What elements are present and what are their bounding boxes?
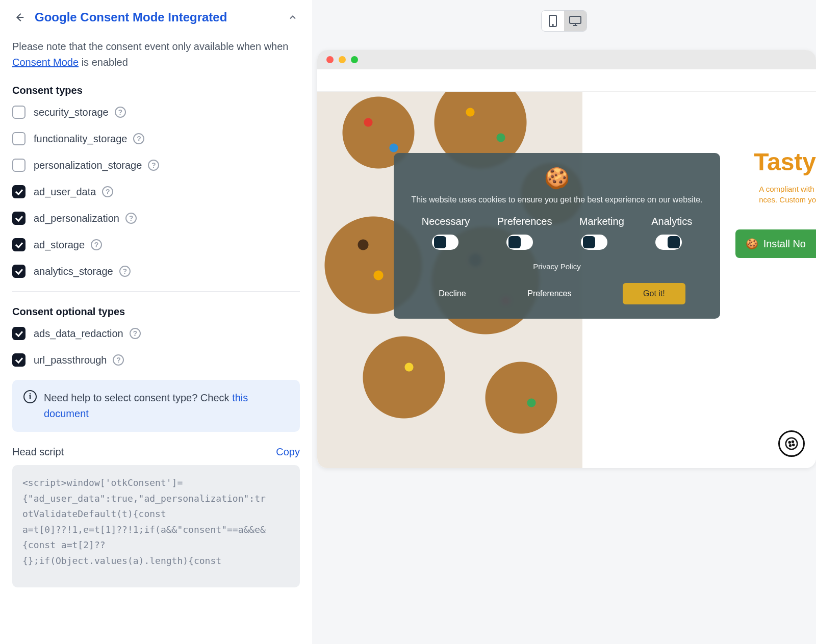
consent-type-checkbox-ad_storage[interactable]	[12, 238, 26, 251]
consent-type-checkbox-security_storage[interactable]	[12, 106, 26, 119]
consent-optional-checkbox-ads_data_redaction[interactable]	[12, 327, 26, 340]
svg-point-6	[789, 445, 791, 446]
consent-types-heading: Consent types	[12, 85, 300, 96]
hero-subtitle: A compliant withnces. Custom yo	[759, 184, 816, 205]
consent-mode-link[interactable]: Consent Mode	[12, 57, 79, 68]
consent-optional-row: ads_data_redaction?	[12, 327, 300, 340]
divider	[12, 291, 300, 292]
banner-category-marketing: Marketing	[579, 216, 624, 227]
script-header: Head script Copy	[12, 446, 300, 458]
banner-toggle-marketing[interactable]	[581, 235, 607, 250]
panel-title: Google Consent Mode Integrated	[35, 10, 277, 24]
help-icon[interactable]: ?	[91, 239, 102, 250]
consent-type-row: ad_user_data?	[12, 185, 300, 198]
consent-type-checkbox-ad_personalization[interactable]	[12, 212, 26, 225]
traffic-light-max-icon	[351, 56, 358, 63]
code-snippet[interactable]: <script>window['otkConsent']= {"ad_user_…	[12, 465, 300, 587]
preview-window: Tasty A compliant withnces. Custom yo In…	[317, 50, 816, 468]
install-button[interactable]: Install No	[735, 229, 816, 258]
traffic-light-close-icon	[326, 56, 334, 63]
banner-category-preferences: Preferences	[497, 216, 552, 227]
consent-optional-row: url_passthrough?	[12, 353, 300, 367]
consent-type-checkbox-ad_user_data[interactable]	[12, 185, 26, 198]
banner-category-necessary: Necessary	[422, 216, 470, 227]
consent-type-checkbox-analytics_storage[interactable]	[12, 265, 26, 278]
head-script-label: Head script	[12, 446, 64, 458]
consent-optional-label: url_passthrough	[34, 354, 107, 366]
banner-toggle-analytics[interactable]	[655, 235, 682, 250]
accept-button[interactable]: Got it!	[623, 283, 685, 304]
banner-category-analytics: Analytics	[651, 216, 692, 227]
desktop-view-button[interactable]	[564, 11, 586, 31]
banner-toggle-preferences[interactable]	[506, 235, 533, 250]
traffic-light-min-icon	[339, 56, 346, 63]
cookie-banner: 🍪 This website uses cookies to ensure yo…	[394, 153, 720, 319]
consent-type-checkbox-personalization_storage[interactable]	[12, 159, 26, 172]
consent-type-row: personalization_storage?	[12, 159, 300, 172]
mobile-view-button[interactable]	[542, 11, 564, 31]
info-text: Need help to select consent type? Check	[44, 392, 232, 403]
consent-optional-checkbox-url_passthrough[interactable]	[12, 353, 26, 367]
consent-note: Please note that the consent event only …	[12, 39, 300, 70]
copy-button[interactable]: Copy	[276, 446, 300, 458]
consent-type-label: security_storage	[34, 107, 109, 118]
page-body: Tasty A compliant withnces. Custom yo In…	[317, 92, 816, 468]
consent-type-row: ad_personalization?	[12, 212, 300, 225]
info-icon: i	[23, 390, 37, 403]
preferences-button[interactable]: Preferences	[517, 283, 581, 304]
note-text-after: is enabled	[79, 57, 128, 68]
settings-panel: Google Consent Mode Integrated Please no…	[0, 0, 312, 644]
consent-type-row: ad_storage?	[12, 238, 300, 251]
cookie-icon: 🍪	[408, 166, 706, 190]
help-icon[interactable]: ?	[125, 213, 137, 224]
consent-optional-heading: Consent optional types	[12, 306, 300, 318]
help-icon[interactable]: ?	[115, 107, 126, 118]
help-icon[interactable]: ?	[148, 160, 159, 171]
privacy-policy-link[interactable]: Privacy Policy	[408, 262, 706, 271]
consent-type-label: personalization_storage	[34, 160, 142, 171]
decline-button[interactable]: Decline	[428, 283, 476, 304]
svg-rect-2	[570, 16, 581, 23]
consent-type-checkbox-functionality_storage[interactable]	[12, 132, 26, 145]
svg-point-7	[793, 444, 794, 446]
consent-type-label: ad_storage	[34, 239, 85, 251]
consent-type-label: ad_user_data	[34, 186, 96, 198]
svg-point-4	[789, 442, 790, 443]
window-chrome	[317, 50, 816, 69]
url-bar	[317, 69, 816, 92]
consent-type-label: ad_personalization	[34, 213, 119, 224]
device-toggle	[541, 10, 587, 32]
help-icon[interactable]: ?	[113, 354, 124, 366]
back-arrow-icon[interactable]	[12, 10, 27, 24]
consent-type-row: security_storage?	[12, 106, 300, 119]
consent-type-row: analytics_storage?	[12, 265, 300, 278]
note-text-before: Please note that the consent event only …	[12, 41, 288, 52]
consent-type-row: functionality_storage?	[12, 132, 300, 145]
panel-header: Google Consent Mode Integrated	[12, 10, 300, 24]
consent-optional-label: ads_data_redaction	[34, 328, 123, 340]
help-icon[interactable]: ?	[130, 328, 141, 339]
consent-type-label: analytics_storage	[34, 266, 113, 277]
banner-toggle-necessary[interactable]	[432, 235, 458, 250]
svg-point-5	[792, 441, 794, 443]
consent-type-label: functionality_storage	[34, 133, 127, 145]
svg-point-1	[552, 24, 553, 25]
help-icon[interactable]: ?	[102, 186, 113, 197]
svg-point-3	[786, 438, 798, 450]
banner-text: This website uses cookies to ensure you …	[408, 195, 706, 204]
preview-area: Tasty A compliant withnces. Custom yo In…	[312, 0, 816, 644]
help-icon[interactable]: ?	[119, 266, 131, 277]
collapse-chevron-icon[interactable]	[286, 10, 300, 24]
install-button-label: Install No	[763, 238, 806, 250]
banner-buttons: Decline Preferences Got it!	[408, 283, 706, 304]
cookie-settings-fab[interactable]	[778, 430, 805, 457]
hero-title: Tasty	[754, 148, 816, 176]
help-icon[interactable]: ?	[133, 133, 144, 144]
help-infobox: i Need help to select consent type? Chec…	[12, 380, 300, 432]
